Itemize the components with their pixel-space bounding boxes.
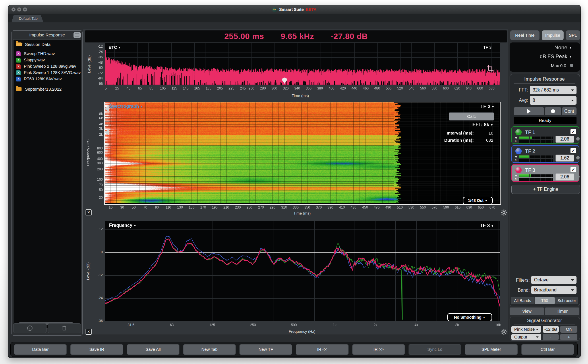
- tree-folder-session[interactable]: Session Data: [13, 41, 81, 48]
- hamburger-menu-icon[interactable]: [74, 32, 81, 38]
- spectrograph-title[interactable]: Spectrograph: [109, 104, 143, 109]
- meter-segments: [519, 137, 553, 139]
- engine-delay-value[interactable]: 1.62: [556, 155, 574, 161]
- engine-track-dot[interactable]: [576, 175, 580, 178]
- mode-button-spl[interactable]: SPL: [566, 30, 580, 40]
- engine-track-dot[interactable]: [576, 156, 580, 159]
- tf-engine-card[interactable]: TF 3MR2.06: [511, 164, 579, 182]
- spectrograph-xlabel: Time (ms): [273, 211, 331, 215]
- meter-m-label: M: [515, 155, 517, 158]
- info-button[interactable]: [13, 323, 47, 333]
- add-tf-engine-button[interactable]: + TF Engine: [511, 185, 580, 194]
- meter-m-label: M: [515, 174, 517, 177]
- generator-level-box[interactable]: -12 dB: [543, 326, 559, 333]
- band-mode-button-all-bands[interactable]: All Bands: [511, 297, 534, 304]
- generator-plus-button[interactable]: +: [560, 334, 577, 340]
- file-item[interactable]: XSlappy.wav: [13, 57, 81, 63]
- frequency-plot-canvas[interactable]: [105, 221, 500, 321]
- band-mode-button-schroeder[interactable]: Schroeder: [555, 297, 578, 304]
- bottom-bar-button-save-ir[interactable]: Save IR: [70, 344, 123, 355]
- folder-closed-icon: [16, 87, 22, 91]
- spectrograph-ytick-label: 50: [85, 188, 103, 192]
- spectrograph-settings-gear-icon[interactable]: [501, 209, 507, 216]
- bottom-bar-button-new-tab[interactable]: New Tab: [183, 344, 236, 355]
- band-dropdown[interactable]: Broadband: [531, 286, 577, 294]
- generator-minus-button[interactable]: -: [543, 334, 559, 340]
- tf-engine-card[interactable]: TF 1MR2.06: [511, 126, 579, 144]
- session-file-tree: Session DataXSweep THD.wavXSlappy.wavXPi…: [13, 39, 81, 328]
- file-item[interactable]: XSweep THD.wav: [13, 50, 81, 57]
- etc-crop-icon[interactable]: [486, 65, 494, 72]
- timer-button[interactable]: Timer: [545, 307, 579, 315]
- play-icon: [527, 109, 531, 114]
- file-item[interactable]: XPink Sweep 1 128K 8AVG.wav: [13, 69, 81, 76]
- bottom-bar-button-ir-[interactable]: IR >>: [352, 344, 405, 355]
- mode-button-real-time[interactable]: Real Time: [510, 30, 539, 40]
- meter-input-selector[interactable]: None: [526, 44, 572, 51]
- engine-enabled-checkbox[interactable]: [570, 129, 576, 134]
- avg-dropdown[interactable]: 8: [530, 96, 577, 105]
- band-mode-button-t60[interactable]: T60: [535, 297, 555, 304]
- filters-dropdown[interactable]: Octave: [531, 276, 577, 284]
- engine-delay-value[interactable]: 2.06: [556, 136, 574, 143]
- interval-value[interactable]: 10: [476, 131, 493, 135]
- frequency-plot-title[interactable]: Frequency: [109, 223, 136, 228]
- duration-value[interactable]: 682: [476, 138, 493, 143]
- engine-enabled-checkbox[interactable]: [570, 167, 576, 172]
- bottom-bar-button-new-tf[interactable]: New TF: [239, 344, 292, 355]
- tree-folder-date[interactable]: September13.2022: [13, 85, 81, 92]
- bottom-bar-button-ir-[interactable]: IR <<: [296, 344, 348, 355]
- spectrograph-ytick-label: 70: [85, 183, 103, 187]
- frequency-xlabel: Frequency (Hz): [273, 329, 331, 334]
- spectrograph-fft-selector[interactable]: FFT: 8k: [459, 122, 493, 128]
- app-title: Smaart Suite: [279, 7, 304, 12]
- spectrograph-octave-selector[interactable]: 1/48 Oct: [463, 197, 493, 205]
- bottom-bar-button-ctrl-bar[interactable]: Ctrl Bar: [521, 344, 574, 355]
- generator-output-dropdown[interactable]: Output: [511, 334, 541, 340]
- etc-time-marker[interactable]: [282, 77, 287, 84]
- tree-divider: [16, 84, 78, 84]
- generator-source-dropdown[interactable]: Pink Noise: [511, 326, 541, 333]
- bottom-bar-button-save-all[interactable]: Save All: [127, 344, 179, 355]
- fft-dropdown[interactable]: 32k / 682 ms: [530, 86, 577, 94]
- record-button[interactable]: [545, 107, 561, 115]
- bottom-bar-button-spl-meter[interactable]: SPL Meter: [465, 344, 517, 355]
- engine-track-dot[interactable]: [576, 137, 580, 141]
- file-type-icon: X: [16, 77, 21, 81]
- continuous-button[interactable]: Cont: [562, 107, 577, 115]
- spectrograph-tf-selector[interactable]: TF 3: [460, 104, 494, 110]
- engine-enabled-checkbox[interactable]: [570, 148, 576, 153]
- frequency-tf-selector[interactable]: TF 3: [459, 223, 494, 229]
- file-item[interactable]: XRT60 128K 8AV.wav: [13, 76, 81, 82]
- spectrograph-close-icon[interactable]: [86, 209, 92, 215]
- smoothing-selector[interactable]: No Smoothing: [447, 313, 492, 321]
- spectrograph-ytick-label: 300: [85, 161, 103, 165]
- frequency-ylabel: Level (dB): [86, 251, 90, 291]
- file-name-label: Pink Sweep 1 128K 8AVG.wav: [24, 70, 81, 75]
- etc-plot-canvas[interactable]: [105, 43, 500, 85]
- file-name-label: RT60 128K 8AV.wav: [24, 77, 62, 81]
- trash-button[interactable]: [48, 323, 81, 333]
- generator-on-button[interactable]: On: [560, 326, 577, 333]
- frequency-xtick-label: 125: [205, 323, 219, 327]
- frequency-close-icon[interactable]: [86, 329, 92, 335]
- etc-tf-label: TF 3: [457, 45, 492, 50]
- tree-divider: [16, 49, 78, 49]
- meter-max-reset-dot[interactable]: [570, 64, 573, 67]
- spectrograph-canvas[interactable]: [105, 102, 499, 203]
- tab-default[interactable]: Default Tab: [11, 15, 45, 22]
- calc-button[interactable]: Calc: [449, 112, 494, 120]
- session-folder-label: Session Data: [25, 42, 51, 47]
- tf-engine-card[interactable]: TF 2MR1.62: [511, 145, 579, 163]
- engine-color-ball-icon: [515, 129, 522, 135]
- mode-button-impulse[interactable]: Impulse: [542, 30, 564, 40]
- etc-plot-title[interactable]: ETC: [109, 45, 121, 50]
- engine-delay-value[interactable]: 2.06: [556, 174, 574, 180]
- etc-ytick-label: -48: [85, 61, 103, 65]
- view-button[interactable]: View: [510, 307, 544, 315]
- frequency-settings-gear-icon[interactable]: [501, 329, 507, 335]
- play-button[interactable]: [514, 107, 544, 115]
- file-item[interactable]: XPink Sweep 2 128 8avg.wav: [13, 63, 81, 69]
- bottom-bar-button-data-bar[interactable]: Data Bar: [14, 344, 67, 355]
- meter-unit-selector[interactable]: dB FS Peak: [526, 54, 572, 60]
